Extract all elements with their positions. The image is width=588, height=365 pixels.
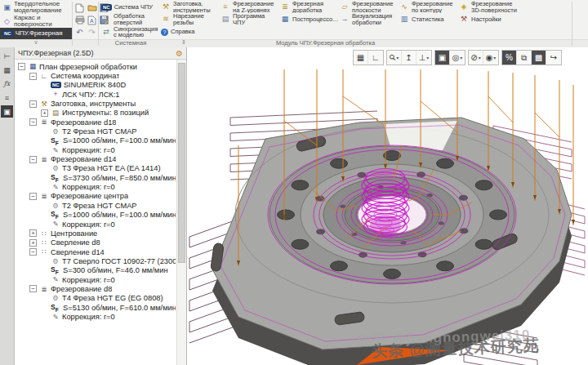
chevron-down-icon[interactable]: ▾ bbox=[479, 55, 481, 60]
tree-node[interactable]: ⚙T7 Сверло ГОСТ 10902-77 (2300-0226 bbox=[16, 256, 176, 265]
camera-view-button[interactable]: ◉▾ bbox=[483, 51, 498, 65]
expand-toggle[interactable]: − bbox=[29, 100, 37, 108]
open-folder-icon[interactable] bbox=[86, 2, 98, 14]
zoom-button[interactable]: ⚲▾ bbox=[387, 51, 402, 65]
expand-toggle[interactable]: − bbox=[18, 63, 25, 70]
tab-wireframe-surfaces[interactable]: ◇Каркас и поверхности bbox=[0, 14, 72, 28]
model-structure-icon[interactable]: ⊢ bbox=[1, 50, 13, 62]
rotate-view-icon: ◎ bbox=[452, 53, 460, 62]
print-preview-icon[interactable]: A bbox=[86, 14, 98, 26]
tab-solid-modeling[interactable]: ▣Твердотельное моделирование bbox=[0, 0, 72, 14]
cam-manager-icon[interactable]: ▣ bbox=[1, 105, 13, 118]
undo-icon[interactable]: ↶ bbox=[74, 26, 86, 38]
command-rest-milling[interactable]: ≣Фрезерная доработка bbox=[278, 1, 338, 13]
tree-node[interactable]: +∷Сверление d8 bbox=[16, 238, 176, 247]
main-menu-icon[interactable]: ≡ bbox=[1, 91, 13, 104]
coordinate-system-button[interactable]: ∟ bbox=[368, 51, 383, 65]
command-sync-model[interactable]: ⇄Синхронизация с моделью bbox=[100, 26, 159, 38]
tree-node[interactable]: NCSINUMERIK 840D bbox=[16, 81, 176, 90]
postprocessor-icon: ▦ bbox=[280, 16, 290, 23]
corr-icon: ✎ bbox=[51, 220, 60, 228]
tree-node[interactable]: ✎Коррекция: r=0 bbox=[16, 275, 176, 284]
chevron-down-icon[interactable]: ▾ bbox=[493, 55, 496, 60]
shaded-view-button[interactable]: ▣ bbox=[435, 51, 450, 65]
tree-node-label: Коррекция: r=0 bbox=[62, 183, 115, 191]
command-holes-machining[interactable]: ∷Обработка отверстий bbox=[100, 13, 159, 25]
expand-toggle[interactable]: − bbox=[29, 193, 37, 200]
tree-node[interactable]: SFS=1000 об/мин, F=100.0 мм/мин bbox=[16, 211, 176, 220]
group-launcher-icon[interactable]: ⇕ bbox=[181, 39, 186, 46]
command-postprocessor[interactable]: ▦Постпроцессо… bbox=[278, 13, 338, 25]
variables-icon[interactable]: ƒx bbox=[1, 78, 13, 90]
ribbon-collapse-chevron[interactable]: ∨ bbox=[0, 38, 72, 47]
command-stock-tools[interactable]: ⚒Заготовка, инструменты bbox=[159, 1, 219, 13]
tree-node[interactable]: ✎Коррекция: r=0 bbox=[16, 145, 176, 154]
command-nc-system[interactable]: NCСистема ЧПУ bbox=[100, 1, 159, 13]
command-help[interactable]: ?Справка bbox=[159, 26, 219, 38]
command-settings[interactable]: ⚒Настройки bbox=[457, 13, 517, 25]
tree-node[interactable]: −≣Фрезерование d8 bbox=[16, 284, 176, 293]
view-orientation-button[interactable]: ⊥▾ bbox=[416, 51, 431, 65]
tree-node[interactable]: ✎Коррекция: r=0 bbox=[16, 312, 176, 321]
expand-toggle[interactable]: − bbox=[29, 73, 37, 80]
print-icon[interactable] bbox=[74, 14, 86, 26]
tree-node[interactable]: −∷Сверление d14 bbox=[16, 247, 176, 256]
coordinate-system-icon: ∟ bbox=[372, 53, 380, 62]
tree-node[interactable]: SFS=1000 об/мин, F=100.0 мм/мин bbox=[16, 136, 176, 145]
expand-toggle[interactable]: + bbox=[29, 239, 37, 247]
expand-toggle[interactable]: − bbox=[29, 248, 37, 256]
grid-toggle-button[interactable]: ▦ bbox=[354, 51, 368, 65]
tab-nc-milling[interactable]: NCЧПУ.Фрезерная bbox=[0, 28, 72, 39]
command-plane-milling[interactable]: ▱Фрезерование плоскости bbox=[338, 1, 398, 13]
command-surface-3d-milling[interactable]: ◈Фрезерование 3D-поверхности bbox=[457, 1, 517, 13]
tree-node[interactable]: SFS=5130 об/мин, F=610.0 мм/мин bbox=[16, 303, 176, 312]
expand-toggle[interactable]: + bbox=[29, 229, 37, 237]
tree-node[interactable]: −⚒Заготовка, инструменты bbox=[16, 99, 176, 108]
3d-viewport[interactable]: ▦∟⚲▾↥⊥▾▣◎▾⊘▾◉▾%⧉▩↪ 知乎 @jianghongwei310 头… bbox=[188, 47, 588, 365]
tree-node[interactable]: −≣Фрезерование центра bbox=[16, 192, 176, 201]
tree-node[interactable]: SFS=3730 об/мин, F=850.0 мм/мин bbox=[16, 173, 176, 182]
rotate-view-button[interactable]: ◎▾ bbox=[450, 51, 465, 65]
tree-node[interactable]: −≣Фрезерование d14 bbox=[16, 154, 176, 163]
tree-node[interactable]: −≣Фрезерование d18 bbox=[16, 118, 176, 127]
expand-toggle[interactable]: − bbox=[29, 285, 37, 292]
tree-node[interactable]: ⚙T2 Фреза HGT CMAP bbox=[16, 201, 176, 210]
hide-elements-button[interactable]: ⊘▾ bbox=[469, 51, 483, 65]
expand-toggle[interactable]: − bbox=[29, 118, 37, 126]
pan-button[interactable]: ↥ bbox=[402, 51, 416, 65]
tree-node[interactable]: +ЛСК ЧПУ: ЛСК:1 bbox=[16, 90, 176, 99]
tree-scrollbar-thumb[interactable] bbox=[178, 63, 185, 263]
tree-node[interactable]: +▤Инструменты: 8 позиций bbox=[16, 109, 176, 118]
tree-node[interactable]: ✎Коррекция: r=0 bbox=[16, 220, 176, 229]
tree-scrollbar[interactable] bbox=[176, 60, 186, 365]
exit-module-button[interactable]: ↪ bbox=[546, 51, 561, 65]
tree-node[interactable]: ✎Коррекция: r=0 bbox=[16, 182, 176, 191]
command-nc-program[interactable]: ▤Программа ЧПУ bbox=[219, 13, 278, 25]
system-group-label: Системная bbox=[72, 39, 189, 47]
tree-node[interactable]: −∟Система координат bbox=[16, 71, 176, 80]
3d-scene[interactable] bbox=[188, 47, 588, 365]
command-thread-cutting[interactable]: ≋Нарезание резьбы bbox=[159, 13, 219, 25]
chevron-down-icon[interactable]: ▾ bbox=[426, 55, 429, 60]
command-statistics[interactable]: ▥Статистика bbox=[398, 13, 457, 25]
tree-node[interactable]: ⚙T3 Фреза HGT EA (EA 1414) bbox=[16, 164, 176, 173]
tree-node[interactable]: ⚙T4 Фреза HGT EG (EG 0808) bbox=[16, 294, 176, 303]
command-contour-milling[interactable]: ∿Фрезерование по контуру bbox=[398, 1, 457, 13]
gear-icon[interactable]: ⚙ bbox=[176, 49, 183, 58]
entities-grid-icon[interactable]: ▦ bbox=[1, 64, 13, 76]
chevron-down-icon[interactable]: ▾ bbox=[460, 55, 462, 60]
tree-node[interactable]: ⚙T2 Фреза HGT CMAP bbox=[16, 127, 176, 136]
tree-node[interactable]: +∷Центрование bbox=[16, 229, 176, 238]
tree-node[interactable]: −▦План фрезерной обработки bbox=[16, 62, 176, 71]
redo-icon[interactable]: ↷ bbox=[86, 26, 98, 38]
ribbon-column: ≣Фрезерная доработка▦Постпроцессо… bbox=[278, 1, 338, 38]
new-document-icon[interactable] bbox=[74, 2, 86, 14]
expand-toggle[interactable]: + bbox=[41, 109, 48, 117]
command-z-level-milling[interactable]: ≡Фрезерование на Z-уровнях bbox=[219, 1, 278, 13]
expand-toggle[interactable]: − bbox=[29, 156, 37, 163]
toolpath-display-button[interactable]: % bbox=[502, 51, 517, 65]
tree-node[interactable]: SFS=300 об/мин, F=46.0 мм/мин bbox=[16, 266, 176, 275]
copy-image-button[interactable]: ⧉ bbox=[517, 51, 532, 65]
command-machining-visualization[interactable]: →Визуализация обработки bbox=[338, 13, 398, 25]
simulation-button[interactable]: ▩ bbox=[532, 51, 546, 65]
